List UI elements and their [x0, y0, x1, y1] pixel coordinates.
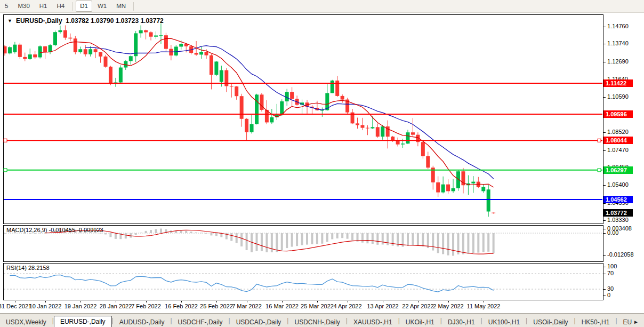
date-label: 28 Jan 2022	[100, 303, 132, 309]
price-tick-label: 1.07470	[607, 147, 629, 153]
date-tick	[348, 301, 348, 302]
timeframe-button-mn[interactable]: MN	[112, 1, 130, 12]
hline-price-label: 1.04562	[603, 196, 633, 203]
tab-ukoil-h1[interactable]: UKOil-,H1	[400, 317, 440, 327]
macd-tick	[603, 233, 606, 234]
macd-tick-label: -0.012058	[607, 251, 634, 258]
date-tick	[15, 301, 15, 302]
tab-scroll-left-icon[interactable]: ◄	[625, 319, 633, 325]
timeframe-toolbar: 5M30H1H4D1W1MN	[0, 0, 644, 13]
tab-usoil-daily[interactable]: USOil-,Daily	[527, 317, 574, 327]
date-tick	[45, 301, 46, 302]
rsi-tick	[603, 274, 606, 274]
tab-hk50-h1[interactable]: HK50-,H1	[576, 317, 616, 327]
tab-usdx-weekly[interactable]: USDX,Weekly	[0, 317, 52, 327]
hline-price-label: 1.08044	[603, 137, 633, 144]
price-tick-label: 1.10590	[607, 93, 629, 100]
chart-ohlc-values: 1.03782 1.03790 1.03723 1.03772	[66, 17, 164, 25]
tab-audusd-daily[interactable]: AUDUSD-,Daily	[114, 317, 171, 327]
macd-tick-label: 0.00	[607, 229, 618, 236]
price-tick	[603, 203, 606, 204]
price-tick-label: 1.05400	[607, 181, 629, 188]
date-label: 16 Feb 2022	[165, 303, 198, 309]
price-tick	[603, 132, 606, 133]
timeframe-button-h1[interactable]: H1	[35, 1, 52, 12]
hline-price-label: 1.11422	[603, 79, 633, 87]
date-label: 13 Apr 2022	[367, 303, 398, 309]
date-tick	[80, 301, 81, 302]
timeframe-button-d1[interactable]: D1	[76, 1, 92, 12]
hline-price-label: 1.06297	[603, 166, 633, 174]
date-label: 7 Feb 2022	[131, 303, 161, 309]
date-tick	[282, 301, 283, 302]
date-label: 22 Apr 2022	[402, 303, 433, 309]
rsi-tick-label: 70	[607, 270, 614, 276]
rsi-panel[interactable]	[3, 263, 603, 300]
hline-price-label: 1.09596	[603, 110, 633, 118]
price-tick-label: 1.12690	[607, 58, 629, 65]
tab-uk100-h1[interactable]: UK100-,H1	[482, 317, 526, 327]
date-label: 4 Apr 2022	[333, 303, 361, 309]
date-label: 7 Mar 2022	[232, 303, 262, 309]
rsi-tick	[603, 289, 606, 290]
date-tick	[448, 301, 449, 302]
date-label: 25 Mar 2022	[301, 303, 334, 309]
price-tick	[603, 44, 606, 44]
date-tick	[247, 301, 247, 302]
rsi-label: RSI(14) 28.2158	[6, 265, 50, 271]
timeframe-button-m30[interactable]: M30	[13, 1, 34, 12]
chart-title: ▼EURUSD-,Daily 1.03782 1.03790 1.03723 1…	[7, 17, 164, 25]
date-tick	[484, 301, 484, 302]
timeframe-button-w1[interactable]: W1	[93, 1, 111, 12]
date-tick	[317, 301, 318, 302]
date-label: 2 May 2022	[433, 303, 463, 309]
price-tick-label: 1.13740	[607, 40, 629, 46]
date-label: 19 Jan 2022	[65, 303, 97, 309]
date-label: 11 May 2022	[467, 303, 501, 309]
price-tick-label: 1.14760	[607, 23, 629, 29]
date-tick	[116, 301, 116, 302]
macd-tick	[603, 255, 606, 256]
rsi-tick-label: 100	[607, 263, 617, 269]
rsi-tick-label: 30	[607, 285, 614, 292]
date-tick	[146, 301, 147, 302]
chart-tab-bar: USDX,Weekly|EURUSD-,Daily|AUDUSD-,Daily|…	[0, 313, 644, 327]
mt4-chart-window: 5M30H1H4D1W1MN ▼EURUSD-,Daily 1.03782 1.…	[0, 0, 644, 327]
timeframe-button-h4[interactable]: H4	[52, 1, 69, 12]
price-tick	[603, 97, 606, 98]
toolbar-separator	[72, 2, 73, 11]
macd-tick	[603, 229, 606, 229]
date-tick	[181, 301, 182, 302]
current-price-label: 1.03772	[603, 209, 633, 217]
price-tick-label: 1.03330	[607, 217, 629, 223]
price-tick	[603, 62, 606, 62]
chart-menu-icon[interactable]: ▼	[7, 18, 12, 23]
main-chart-panel[interactable]	[3, 14, 603, 224]
rsi-tick-label: 0	[607, 292, 610, 298]
price-tick	[603, 150, 606, 151]
macd-label: MACD(12,26,9) -0.010455 -0.009923	[6, 227, 103, 233]
tab-usdchf-daily[interactable]: USDCHF-,Daily	[172, 317, 229, 327]
price-tick	[603, 27, 606, 27]
tab-dj30-h1[interactable]: DJ30-,H1	[442, 317, 481, 327]
rsi-tick	[603, 296, 606, 296]
date-tick	[383, 301, 383, 302]
tab-xauusd-h1[interactable]: XAUUSD-,H1	[348, 317, 398, 327]
tab-usdcad-daily[interactable]: USDCAD-,Daily	[230, 317, 287, 327]
tab-eurusd-daily[interactable]: EURUSD-,Daily	[54, 316, 112, 327]
tab-scroll-right-icon[interactable]: ►	[633, 319, 642, 325]
date-tick	[418, 301, 418, 302]
toolbar-separator	[133, 2, 134, 11]
rsi-tick	[603, 267, 606, 267]
price-tick-label: 1.08520	[607, 129, 629, 135]
date-tick	[216, 301, 217, 302]
date-label: 16 Mar 2022	[265, 303, 299, 309]
tab-scroll-arrows: ◄►	[625, 319, 642, 325]
timeframe-button-5[interactable]: 5	[1, 1, 12, 12]
price-tick	[603, 220, 606, 221]
chart-symbol-period: EURUSD-,Daily	[16, 17, 62, 25]
date-label: 25 Feb 2022	[200, 303, 233, 309]
date-label: 31 Dec 2021	[0, 303, 31, 309]
date-label: 10 Jan 2022	[29, 303, 62, 309]
tab-usdcnh-daily[interactable]: USDCNH-,Daily	[288, 317, 345, 327]
